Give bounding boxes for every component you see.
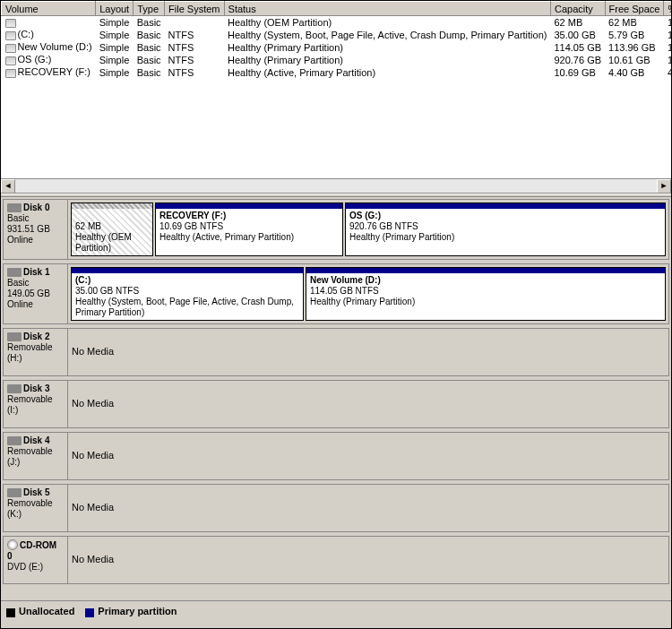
col-type[interactable]: Type [134, 2, 165, 16]
disk-icon [7, 268, 22, 277]
cell-status: Healthy (System, Boot, Page File, Active… [224, 29, 550, 41]
cell-volume: OS (G:) [2, 54, 96, 66]
no-media-area[interactable]: No Media [68, 433, 668, 479]
table-row[interactable]: SimpleBasicHealthy (OEM Partition)62 MB6… [2, 16, 672, 29]
volume-icon [5, 19, 16, 28]
cell-fs: NTFS [165, 66, 224, 79]
partitions: 62 MBHealthy (OEM Partition)RECOVERY (F:… [68, 200, 668, 259]
cell-layout: Simple [96, 54, 134, 66]
col-status[interactable]: Status [224, 2, 550, 16]
cell-volume: New Volume (D:) [2, 41, 96, 54]
partition-title: RECOVERY (F:) [159, 211, 226, 220]
col-pct[interactable]: % Free [664, 2, 671, 16]
cell-status: Healthy (Primary Partition) [224, 54, 550, 66]
partition-body: OS (G:)920.76 GB NTFSHealthy (Primary Pa… [346, 209, 665, 255]
cell-capacity: 10.69 GB [550, 66, 605, 79]
table-row[interactable]: New Volume (D:)SimpleBasicNTFSHealthy (P… [2, 41, 672, 54]
no-media-area[interactable]: No Media [68, 381, 668, 427]
col-volume[interactable]: Volume [2, 2, 96, 16]
table-row[interactable]: RECOVERY (F:)SimpleBasicNTFSHealthy (Act… [2, 66, 672, 79]
volume-icon [5, 44, 16, 53]
cell-layout: Simple [96, 29, 134, 41]
cell-type: Basic [134, 29, 165, 41]
partition[interactable]: (C:)35.00 GB NTFSHealthy (System, Boot, … [71, 267, 304, 321]
disk-info[interactable]: Disk 5Removable (K:) [4, 485, 68, 531]
disk-info[interactable]: Disk 3Removable (I:) [4, 381, 68, 427]
partition-detail: Healthy (Primary Partition) [310, 297, 415, 306]
disk-name: Disk 2 [23, 332, 49, 341]
col-layout[interactable]: Layout [96, 2, 134, 16]
no-media-area[interactable]: No Media [68, 329, 668, 375]
cell-pct: 100 % [664, 41, 671, 54]
disk-row-disk4: Disk 4Removable (J:)No Media [3, 432, 669, 480]
volume-list-pane: Volume Layout Type File System Status Ca… [1, 1, 671, 194]
partition-sub: 35.00 GB NTFS [75, 286, 139, 296]
cell-capacity: 62 MB [550, 16, 605, 29]
disk-info[interactable]: Disk 4Removable (J:) [4, 433, 68, 479]
cell-type: Basic [134, 16, 165, 29]
disk-row-disk2: Disk 2Removable (H:)No Media [3, 328, 669, 376]
partition-sub: 114.05 GB NTFS [310, 286, 379, 296]
partition[interactable]: RECOVERY (F:)10.69 GB NTFSHealthy (Activ… [155, 202, 343, 256]
partition-detail: Healthy (Primary Partition) [349, 232, 454, 242]
disk-type: Basic [7, 213, 29, 223]
no-media-area[interactable]: No Media [68, 485, 668, 531]
disk-row-disk1: Disk 1Basic149.05 GBOnline (C:)35.00 GB … [3, 263, 669, 324]
partition-sub: 920.76 GB NTFS [349, 221, 418, 231]
partition[interactable]: OS (G:)920.76 GB NTFSHealthy (Primary Pa… [345, 202, 666, 256]
disk-info[interactable]: Disk 2Removable (H:) [4, 329, 68, 375]
volume-table: Volume Layout Type File System Status Ca… [1, 1, 671, 79]
cell-free: 113.96 GB [605, 41, 664, 54]
disk-icon [7, 332, 22, 341]
cell-free: 62 MB [605, 16, 664, 29]
partition[interactable]: 62 MBHealthy (OEM Partition) [71, 202, 153, 256]
disk-info[interactable]: CD-ROM 0DVD (E:) [4, 537, 68, 583]
partition-detail: Healthy (System, Boot, Page File, Active… [75, 297, 294, 317]
cell-pct: 100 % [664, 16, 671, 29]
legend-unallocated: Unallocated [6, 606, 74, 616]
cell-fs: NTFS [165, 54, 224, 66]
scroll-right-btn[interactable]: ► [657, 179, 671, 194]
volume-icon [5, 56, 16, 65]
disk-name: Disk 0 [23, 202, 49, 212]
partitions: (C:)35.00 GB NTFSHealthy (System, Boot, … [68, 264, 668, 323]
partition-title: New Volume (D:) [310, 275, 381, 285]
volume-icon [5, 69, 16, 78]
cell-free: 5.79 GB [605, 29, 664, 41]
legend-primary: Primary partition [85, 606, 177, 616]
disk-type: Removable (I:) [7, 394, 53, 415]
no-media-label: No Media [72, 346, 114, 357]
no-media-label: No Media [72, 450, 114, 461]
swatch-unallocated [6, 608, 15, 617]
no-media-label: No Media [72, 398, 114, 409]
disk-name: Disk 3 [23, 383, 49, 393]
h-scrollbar[interactable]: ◄ ► [1, 178, 671, 193]
cell-volume: RECOVERY (F:) [2, 66, 96, 79]
col-capacity[interactable]: Capacity [550, 2, 605, 16]
cell-capacity: 114.05 GB [550, 41, 605, 54]
disk-info[interactable]: Disk 0Basic931.51 GBOnline [4, 200, 68, 259]
table-row[interactable]: OS (G:)SimpleBasicNTFSHealthy (Primary P… [2, 54, 672, 66]
disk-type: Removable (K:) [7, 498, 53, 519]
col-free[interactable]: Free Space [605, 2, 664, 16]
partition-body: RECOVERY (F:)10.69 GB NTFSHealthy (Activ… [156, 209, 342, 255]
cell-layout: Simple [96, 66, 134, 79]
disk-name: Disk 1 [23, 267, 49, 277]
no-media-area[interactable]: No Media [68, 537, 668, 583]
disk-type: Removable (H:) [7, 342, 53, 363]
disk-name: Disk 5 [23, 487, 49, 497]
disk-row-disk3: Disk 3Removable (I:)No Media [3, 380, 669, 428]
disk-size: 931.51 GB [7, 224, 50, 234]
scroll-left-btn[interactable]: ◄ [1, 179, 15, 194]
disk-info[interactable]: Disk 1Basic149.05 GBOnline [4, 264, 68, 323]
no-media-label: No Media [72, 502, 114, 513]
scroll-track[interactable] [15, 179, 657, 193]
cell-fs: NTFS [165, 41, 224, 54]
partition-sub: 10.69 GB NTFS [159, 221, 223, 231]
col-fs[interactable]: File System [165, 2, 224, 16]
cell-capacity: 920.76 GB [550, 54, 605, 66]
partition[interactable]: New Volume (D:)114.05 GB NTFSHealthy (Pr… [306, 267, 666, 321]
disk-row-cdrom0: CD-ROM 0DVD (E:)No Media [3, 536, 669, 584]
cell-status: Healthy (Primary Partition) [224, 41, 550, 54]
table-row[interactable]: (C:)SimpleBasicNTFSHealthy (System, Boot… [2, 29, 672, 41]
